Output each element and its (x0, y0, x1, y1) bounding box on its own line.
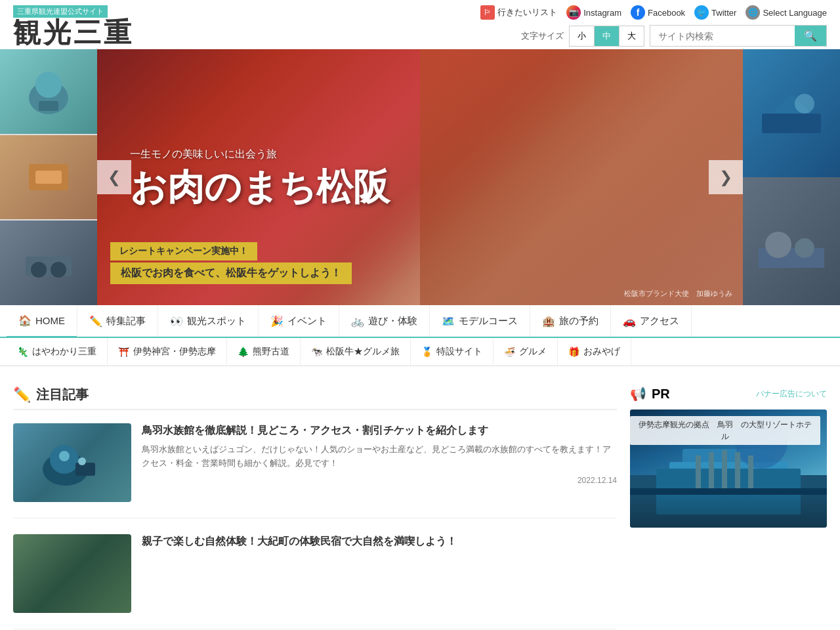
gourmet-label: グルメ (519, 346, 547, 358)
pr-icon: 📢 (630, 386, 646, 402)
hero-next-button[interactable]: ❯ (709, 160, 743, 194)
nav-features[interactable]: ✏️ 特集記事 (77, 305, 158, 337)
svg-point-16 (59, 451, 70, 461)
svg-point-1 (35, 72, 62, 98)
svg-point-12 (765, 232, 791, 258)
nav-home-label: HOME (35, 315, 65, 326)
language-link[interactable]: 🌐 Select Language (746, 5, 827, 20)
search-button[interactable]: 🔍 (795, 26, 826, 46)
spots-icon: 👀 (170, 315, 183, 327)
pr-banner[interactable]: 伊勢志摩観光の拠点 鳥羽 の大型リゾートホテル (630, 410, 827, 528)
nav-reservations[interactable]: 🏨 旅の予約 (530, 305, 611, 337)
kumano-icon: 🌲 (238, 346, 249, 357)
svg-rect-28 (735, 452, 740, 488)
article-thumbnail-1[interactable] (13, 423, 131, 502)
hero-credit: 松阪市ブランド大使 加藤ゆうみ (624, 289, 732, 299)
svg-point-18 (78, 457, 86, 465)
twitter-link[interactable]: 🐦 Twitter (694, 5, 736, 20)
instagram-icon: 📷 (566, 5, 581, 20)
matsusaka-icon: 🐄 (311, 346, 322, 357)
nav-ise[interactable]: ⛩️ 伊勢神宮・伊勢志摩 (108, 338, 227, 366)
nav-access-label: アクセス (640, 315, 679, 327)
features-icon: ✏️ (89, 315, 102, 327)
font-size-large[interactable]: 大 (620, 26, 644, 46)
hero-main-text: お肉のまち松阪 (130, 167, 710, 207)
nav-matsusaka[interactable]: 🐄 松阪牛★グルメ旅 (301, 338, 411, 366)
article-body-1: 鳥羽水族館を徹底解説！見どころ・アクセス・割引チケットを紹介します 鳥羽水族館と… (142, 423, 617, 502)
nav-features-label: 特集記事 (106, 315, 146, 327)
instagram-link[interactable]: 📷 Instagram (566, 5, 621, 20)
nav-gourmet[interactable]: 🍜 グルメ (494, 338, 558, 366)
nav-events-label: イベント (287, 315, 327, 327)
pr-banner-link[interactable]: バナー広告について (756, 388, 827, 400)
souvenir-icon: 🎁 (568, 346, 579, 357)
instagram-label: Instagram (583, 8, 621, 18)
nav-souvenir[interactable]: 🎁 おみやげ (558, 338, 631, 366)
hero-banner: 一生モノの美味しいに出会う旅 お肉のまち松阪 レシートキャンペーン実施中！ 松阪… (0, 49, 840, 305)
twitter-label: Twitter (711, 8, 736, 18)
font-size-medium[interactable]: 中 (595, 26, 620, 46)
content-right: 📢 PR バナー広告について (630, 386, 827, 630)
search-input[interactable] (650, 26, 795, 46)
featured-section-title: ✏️ 注目記事 (13, 386, 617, 410)
facebook-label: Facebook (648, 8, 685, 18)
primary-nav: 🏠 HOME ✏️ 特集記事 👀 観光スポット 🎉 イベント 🚲 遊び・体験 🗺… (0, 305, 840, 338)
ise-icon: ⛩️ (118, 346, 129, 357)
font-size-small[interactable]: 小 (570, 26, 595, 46)
hayawakari-icon: 🦎 (17, 346, 28, 357)
reservations-icon: 🏨 (542, 315, 555, 327)
nav-events[interactable]: 🎉 イベント (259, 305, 339, 337)
svg-rect-2 (39, 101, 58, 111)
secondary-nav: 🦎 はやわかり三重 ⛩️ 伊勢神宮・伊勢志摩 🌲 熊野古道 🐄 松阪牛★グルメ旅… (0, 338, 840, 366)
facebook-link[interactable]: f Facebook (631, 5, 685, 20)
nav-kumano[interactable]: 🌲 熊野古道 (227, 338, 301, 366)
wishlist-link[interactable]: 🏳 行きたいリスト (480, 5, 557, 20)
nav-home[interactable]: 🏠 HOME (7, 305, 77, 338)
article-thumbnail-2[interactable] (13, 534, 131, 613)
souvenir-label: おみやげ (583, 346, 620, 358)
site-subtitle: 三重県観光連盟公式サイト (13, 5, 108, 18)
hero-main: 一生モノの美味しいに出会う旅 お肉のまち松阪 レシートキャンペーン実施中！ 松阪… (97, 49, 743, 305)
nav-model-course-label: モデルコース (459, 315, 518, 327)
nav-activities[interactable]: 🚲 遊び・体験 (339, 305, 430, 337)
font-size-controls: 小 中 大 (569, 26, 644, 47)
special-icon: 🏅 (421, 346, 432, 357)
svg-rect-17 (75, 463, 95, 476)
side-image-mid (0, 135, 97, 220)
article-date-1: 2022.12.14 (142, 476, 617, 485)
font-size-label: 文字サイズ (521, 30, 564, 42)
article-title-2[interactable]: 親子で楽しむ自然体験！大紀町の体験民宿で大自然を満喫しよう！ (142, 534, 617, 549)
site-title: 観光三重 (13, 19, 134, 47)
search-box: 🔍 (650, 25, 827, 47)
nav-model-course[interactable]: 🗺️ モデルコース (430, 305, 530, 337)
svg-point-6 (31, 262, 47, 278)
svg-rect-22 (656, 469, 801, 514)
article-item: 鳥羽水族館を徹底解説！見どころ・アクセス・割引チケットを紹介します 鳥羽水族館と… (13, 423, 617, 518)
logo-area: 三重県観光連盟公式サイト 観光三重 (13, 5, 134, 47)
svg-rect-29 (748, 455, 753, 488)
kumano-label: 熊野古道 (253, 346, 289, 358)
article-body-2: 親子で楽しむ自然体験！大紀町の体験民宿で大自然を満喫しよう！ (142, 534, 617, 613)
nav-reservations-label: 旅の予約 (559, 315, 598, 327)
article-title-1[interactable]: 鳥羽水族館を徹底解説！見どころ・アクセス・割引チケットを紹介します (142, 423, 617, 438)
header-top: 三重県観光連盟公式サイト 観光三重 🏳 行きたいリスト 📷 Instagram … (0, 0, 840, 49)
svg-point-7 (51, 262, 66, 278)
nav-spots-label: 観光スポット (187, 315, 246, 327)
nav-hayawakari[interactable]: 🦎 はやわかり三重 (7, 338, 108, 366)
gourmet-icon: 🍜 (504, 346, 515, 357)
nav-access[interactable]: 🚗 アクセス (611, 305, 692, 337)
hero-prev-button[interactable]: ❮ (97, 160, 131, 194)
pr-header: 📢 PR バナー広告について (630, 386, 827, 402)
facebook-icon: f (631, 5, 645, 20)
svg-rect-26 (709, 452, 714, 488)
nav-spots[interactable]: 👀 観光スポット (158, 305, 259, 337)
svg-rect-27 (722, 450, 727, 488)
article-item-2: 親子で楽しむ自然体験！大紀町の体験民宿で大自然を満喫しよう！ (13, 534, 617, 629)
hero-caption-2: 松阪でお肉を食べて、松阪牛をゲットしよう！ (110, 262, 352, 284)
side-image-top (0, 49, 97, 134)
hero-side-left (0, 49, 97, 305)
activities-icon: 🚲 (351, 315, 364, 327)
ise-label: 伊勢神宮・伊勢志摩 (133, 346, 216, 358)
nav-special[interactable]: 🏅 特設サイト (411, 338, 494, 366)
language-label: Select Language (763, 8, 827, 18)
